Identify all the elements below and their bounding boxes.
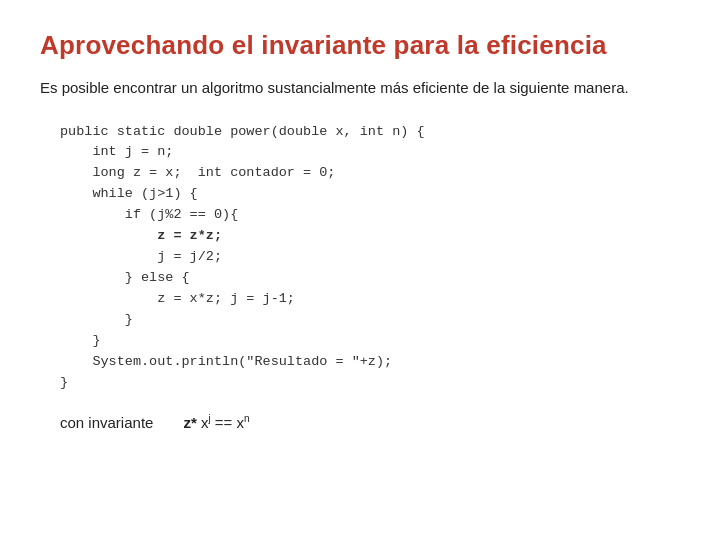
formula-exp-j: j — [208, 413, 210, 424]
page: Aprovechando el invariante para la efici… — [0, 0, 720, 540]
code-line-3: long z = x; int contador = 0; — [60, 165, 335, 180]
formula-exp-n: n — [244, 413, 250, 424]
code-line-6: z = z*z; — [60, 228, 222, 243]
code-line-8: } else { — [60, 270, 190, 285]
code-line-12: System.out.println("Resultado = "+z); — [60, 354, 392, 369]
code-block: public static double power(double x, int… — [60, 122, 680, 394]
page-title: Aprovechando el invariante para la efici… — [40, 30, 680, 61]
formula-z: z* — [183, 414, 196, 431]
code-line-11: } — [60, 333, 101, 348]
invariant-label: con invariante — [60, 414, 153, 431]
code-line-2: int j = n; — [60, 144, 173, 159]
invariant-formula: z* xj == xn — [183, 413, 249, 431]
code-line-7: j = j/2; — [60, 249, 222, 264]
code-line-13: } — [60, 375, 68, 390]
code-line-10: } — [60, 312, 133, 327]
code-line-1: public static double power(double x, int… — [60, 124, 425, 139]
code-line-9: z = x*z; j = j-1; — [60, 291, 295, 306]
footer: con invariante z* xj == xn — [60, 413, 680, 431]
code-line-5: if (j%2 == 0){ — [60, 207, 238, 222]
code-line-4: while (j>1) { — [60, 186, 198, 201]
description-text: Es posible encontrar un algoritmo sustan… — [40, 77, 680, 100]
